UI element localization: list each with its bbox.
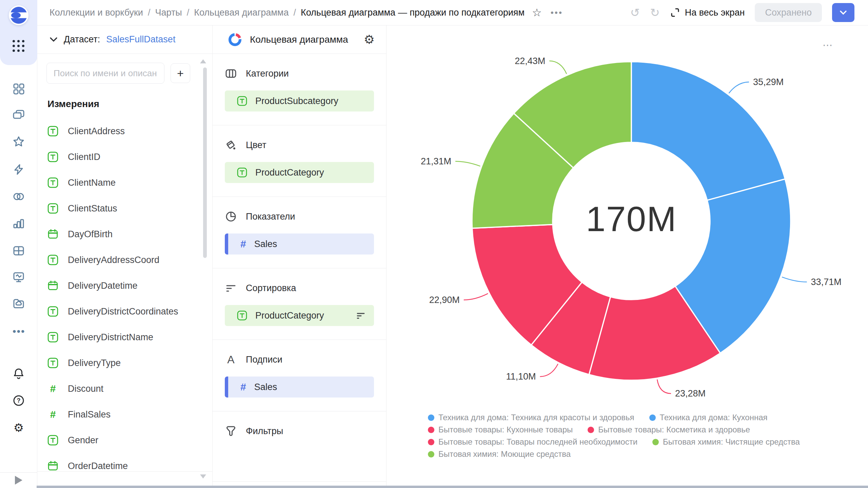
sidebar-item-collections[interactable] [13, 109, 25, 121]
sidebar-item-overview[interactable] [13, 83, 25, 95]
table-icon [13, 245, 25, 257]
save-button[interactable]: Сохранено [755, 3, 822, 22]
chevron-down-icon [50, 37, 58, 42]
question-icon: ? [13, 394, 25, 407]
breadcrumb-collections[interactable]: Коллекции и воркбуки [50, 7, 143, 18]
field-name: OrderDatetime [68, 461, 128, 471]
field-pill-sales-labels[interactable]: # Sales [225, 377, 374, 398]
field-row[interactable]: DeliveryDistrictCoordinates [37, 299, 212, 324]
app-root: ••• ? ⚙ Коллекции и воркбуки / Чарты / К… [0, 0, 868, 488]
label-connector [782, 277, 807, 282]
panel-divider [37, 471, 212, 472]
lightning-icon [13, 163, 25, 176]
sidebar-item-tables[interactable] [13, 245, 25, 257]
field-name: Gender [68, 435, 98, 446]
sidebar-item-dashboards[interactable] [13, 271, 25, 283]
scroll-up-icon[interactable] [200, 59, 206, 63]
scroll-down-icon[interactable] [200, 474, 206, 479]
settings-gear[interactable]: ⚙ [13, 422, 25, 434]
sidebar-item-favorites[interactable] [13, 136, 25, 148]
pill-label: ProductSubcategory [255, 96, 338, 106]
dataset-name-link[interactable]: SalesFullDataset [106, 34, 175, 45]
breadcrumb-charts[interactable]: Чарты [155, 7, 182, 18]
pill-label: ProductCategory [255, 167, 324, 178]
scrollbar-thumb[interactable] [203, 67, 207, 258]
dataset-header[interactable]: Датасет: SalesFullDataset [37, 25, 212, 54]
fullscreen-button[interactable]: На весь экран [670, 7, 745, 18]
columns-icon [225, 67, 237, 80]
notifications-bell[interactable] [13, 367, 25, 380]
field-name: FinalSales [68, 409, 111, 420]
dataset-label: Датасет: [64, 34, 100, 45]
section-color: Цвет ProductCategory [213, 125, 386, 197]
add-field-button[interactable]: + [171, 63, 190, 83]
section-measures: Показатели # Sales [213, 197, 386, 268]
label-connector [455, 161, 480, 166]
legend-dot [649, 414, 656, 421]
field-row[interactable]: DeliveryDistrictName [37, 324, 212, 350]
legend-item[interactable]: Бытовые товары: Косметика и здоровье [588, 425, 750, 434]
bell-icon [13, 367, 25, 380]
cloud-folder-icon [13, 298, 25, 310]
monitor-pulse-icon [13, 271, 25, 283]
legend-item[interactable]: Бытовая химия: Чистящие средства [652, 437, 800, 447]
top-header: Коллекции и воркбуки / Чарты / Кольцевая… [37, 0, 868, 25]
chart-legend: Техника для дома: Техника для красоты и … [428, 411, 800, 460]
legend-item[interactable]: Бытовые товары: Кухонные товары [428, 425, 573, 434]
search-input[interactable] [46, 63, 164, 84]
sort-direction-icon[interactable] [356, 310, 366, 321]
legend-label: Техника для дома: Техника для красоты и … [438, 413, 634, 422]
field-pill-productsubcategory[interactable]: ProductSubcategory [225, 90, 374, 111]
field-row[interactable]: OrderDatetime [37, 453, 212, 479]
text-type-icon [47, 126, 58, 137]
legend-item[interactable]: Бытовая химия: Моющие средства [428, 449, 571, 459]
sidebar-item-datasets[interactable] [13, 190, 25, 203]
datalens-logo[interactable] [9, 5, 28, 25]
field-row[interactable]: ClientID [37, 144, 212, 170]
legend-label: Бытовые товары: Кухонные товары [438, 425, 573, 434]
field-row[interactable]: #FinalSales [37, 402, 212, 427]
field-row[interactable]: ClientStatus [37, 196, 212, 221]
field-row[interactable]: ClientAddress [37, 118, 212, 144]
legend-label: Бытовые товары: Товары последней необход… [438, 437, 637, 447]
field-pill-productcategory[interactable]: ProductCategory [225, 162, 374, 183]
legend-label: Бытовые товары: Косметика и здоровье [598, 425, 750, 434]
legend-item[interactable]: Техника для дома: Техника для красоты и … [428, 413, 634, 422]
field-row[interactable]: ClientName [37, 170, 212, 196]
sidebar-item-charts[interactable] [13, 218, 25, 230]
breadcrumb-workbook[interactable]: Кольцевая диаграмма [194, 7, 289, 18]
field-row[interactable]: Gender [37, 427, 212, 453]
slice-value-label: 21,31M [421, 156, 451, 166]
paint-bucket-icon [225, 139, 237, 151]
apps-grid-icon[interactable] [13, 40, 25, 52]
two-circles-icon [13, 190, 25, 203]
help-button[interactable]: ? [13, 394, 25, 407]
expand-rail-button[interactable] [15, 476, 22, 485]
legend-dot [588, 427, 594, 433]
chart-settings-gear-icon[interactable]: ⚙ [364, 34, 375, 46]
sidebar-item-storage[interactable] [13, 298, 25, 310]
redo-icon[interactable]: ↻ [650, 7, 660, 18]
field-row[interactable]: DeliveryType [37, 350, 212, 376]
legend-item[interactable]: Бытовые товары: Товары последней необход… [428, 437, 637, 447]
field-row[interactable]: DayOfBirth [37, 221, 212, 247]
field-pill-sales[interactable]: # Sales [225, 233, 374, 255]
pill-label: Sales [254, 382, 277, 392]
field-row[interactable]: DeliveryAddressCoord [37, 247, 212, 273]
undo-icon[interactable]: ↺ [630, 7, 640, 18]
title-more-icon[interactable]: ••• [551, 7, 563, 18]
section-sort: Сортировка ProductCategory [213, 268, 386, 340]
field-name: DeliveryType [68, 358, 121, 368]
legend-item[interactable]: Техника для дома: Кухонная [649, 413, 768, 422]
bottom-strip [37, 486, 868, 488]
field-pill-productcategory-sort[interactable]: ProductCategory [225, 305, 374, 326]
sidebar-item-connections[interactable] [13, 163, 25, 176]
section-label: Показатели [246, 211, 295, 222]
pie-icon [225, 210, 237, 223]
save-dropdown-button[interactable] [832, 3, 854, 22]
favorite-star-icon[interactable]: ☆ [532, 7, 542, 18]
sort-icon [225, 282, 237, 294]
field-row[interactable]: DeliveryDatetime [37, 273, 212, 299]
field-row[interactable]: #Discount [37, 376, 212, 402]
sidebar-more-icon[interactable]: ••• [13, 325, 25, 338]
